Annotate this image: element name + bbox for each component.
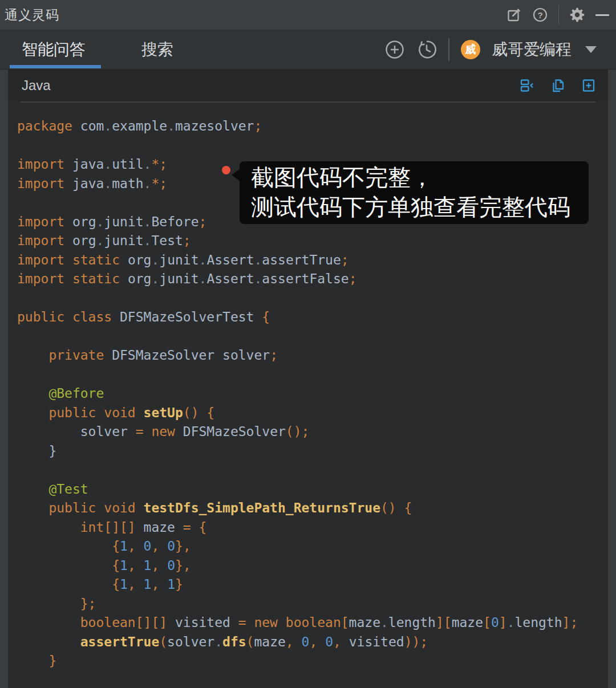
code-line: }; — [17, 595, 602, 614]
new-conversation-icon[interactable] — [506, 7, 522, 23]
titlebar-divider — [558, 5, 559, 25]
tongyi-lingma-panel: 通义灵码 ? — [0, 0, 616, 688]
titlebar: 通义灵码 ? — [0, 0, 616, 30]
code-line: private DFSMazeSolver solver; — [17, 346, 602, 365]
code-line: public class DFSMazeSolverTest { — [17, 308, 602, 327]
settings-gear-icon[interactable] — [569, 7, 585, 23]
titlebar-actions: ? — [506, 5, 611, 25]
code-line: solver = new DFSMazeSolver(); — [17, 422, 602, 442]
tab-smart-qa-label: 智能问答 — [22, 39, 86, 60]
code-line: {1, 1, 1} — [17, 575, 602, 595]
code-line — [17, 365, 602, 385]
incomplete-code-alert-dot[interactable] — [222, 166, 230, 174]
tooltip-line: 截图代码不完整， — [251, 162, 583, 192]
code-language-label: Java — [22, 78, 51, 93]
chat-answer-area: Java — [0, 70, 616, 688]
code-panel-header: Java — [8, 70, 608, 101]
code-line: int[][] maze = { — [17, 518, 602, 538]
code-line: @Test — [17, 480, 602, 499]
code-line — [17, 289, 602, 308]
tabbar-actions: 威 威哥爱编程 — [384, 38, 616, 61]
tooltip-line: 测试代码下方单独查看完整代码 — [251, 192, 583, 222]
account-dropdown-caret-icon[interactable] — [585, 46, 597, 53]
code-actions — [519, 78, 597, 93]
avatar-letter: 威 — [465, 42, 476, 57]
incomplete-code-tooltip: 截图代码不完整， 测试代码下方单独查看完整代码 — [240, 161, 589, 224]
tab-search[interactable]: 搜索 — [136, 30, 179, 69]
code-line: import org.junit.Test; — [17, 231, 602, 251]
new-file-plus-icon[interactable] — [581, 78, 597, 93]
svg-text:?: ? — [537, 10, 542, 20]
app-title: 通义灵码 — [5, 6, 59, 24]
help-icon[interactable]: ? — [532, 7, 548, 23]
tab-smart-qa[interactable]: 智能问答 — [16, 30, 91, 69]
copy-code-icon[interactable] — [550, 78, 566, 93]
code-line: boolean[][] visited = new boolean[maze.l… — [17, 613, 602, 633]
tabbar: 智能问答 搜索 威 威哥爱编程 — [0, 30, 616, 70]
code-line: @Before — [17, 384, 602, 404]
username-label: 威哥爱编程 — [492, 39, 572, 60]
code-line — [17, 136, 602, 156]
new-chat-plus-icon[interactable] — [384, 39, 405, 60]
code-line: package com.example.mazesolver; — [17, 117, 602, 136]
tab-search-label: 搜索 — [141, 39, 173, 60]
tooltip-notch — [232, 169, 240, 181]
code-line — [17, 327, 602, 347]
code-line: {1, 1, 0}, — [17, 556, 602, 576]
code-line: import static org.junit.Assert.assertFal… — [17, 270, 602, 289]
tabbar-divider — [448, 38, 449, 61]
code-line: } — [17, 442, 602, 461]
code-line: assertTrue(solver.dfs(maze, 0, 0, visite… — [17, 633, 602, 652]
code-line: } — [17, 652, 602, 671]
code-line: public void testDfs_SimplePath_ReturnsTr… — [17, 499, 602, 518]
code-line: {1, 0, 0}, — [17, 537, 602, 556]
insert-code-icon[interactable] — [519, 78, 535, 93]
code-line — [17, 461, 602, 480]
active-tab-underline — [10, 65, 101, 68]
minimize-icon[interactable] — [595, 14, 609, 16]
history-icon[interactable] — [416, 39, 437, 60]
user-avatar[interactable]: 威 — [461, 40, 480, 59]
code-line: public void setUp() { — [17, 404, 602, 423]
code-line: import static org.junit.Assert.assertTru… — [17, 251, 602, 270]
